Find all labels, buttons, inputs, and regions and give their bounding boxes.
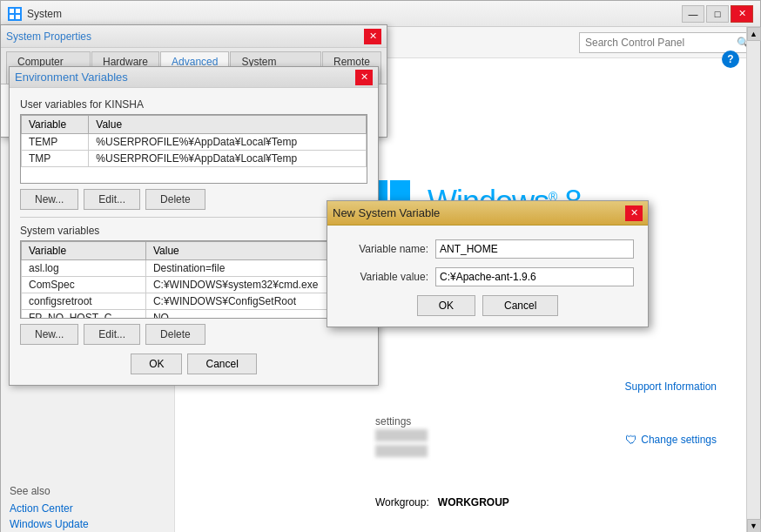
table-row[interactable]: asl.log Destination=file (22, 260, 356, 277)
support-info-link[interactable]: Support Information (625, 380, 717, 393)
search-input[interactable] (579, 32, 753, 53)
sys-vars-buttons: New... Edit... Delete (20, 324, 367, 345)
new-var-close-button[interactable]: ✕ (625, 205, 643, 221)
blurred-value-2 (375, 445, 428, 457)
table-row[interactable]: TMP %USERPROFILE%¥AppData¥Local¥Temp (22, 151, 367, 167)
shield-icon: 🛡 (625, 433, 637, 447)
variable-name-label: Variable name: (341, 243, 428, 255)
new-var-body: Variable name: Variable value: OK Cancel (327, 226, 648, 327)
sys-col-variable: Variable (22, 242, 146, 260)
new-var-ok-button[interactable]: OK (417, 295, 475, 316)
user-var-value-0: %USERPROFILE%¥AppData¥Local¥Temp (89, 134, 367, 151)
settings-area: settings (375, 415, 428, 457)
user-col-value: Value (89, 116, 367, 134)
env-vars-cancel-button[interactable]: Cancel (187, 354, 256, 374)
sys-var-name-2: configsretroot (22, 293, 146, 310)
variable-value-input[interactable] (435, 267, 634, 286)
settings-label: settings (375, 415, 411, 428)
workgroup-row: Workgroup: WORKGROUP (375, 496, 509, 508)
new-var-title: New System Variable (333, 206, 440, 219)
user-vars-table: Variable Value TEMP %USERPROFILE%¥AppDat… (21, 115, 367, 167)
variable-name-input[interactable] (435, 239, 634, 259)
svg-rect-2 (10, 15, 14, 19)
system-window-icon (8, 7, 22, 21)
user-col-variable: Variable (22, 116, 89, 134)
new-var-cancel-button[interactable]: Cancel (482, 295, 558, 316)
workgroup-value: WORKGROUP (438, 496, 509, 508)
sys-var-name-3: FP_NO_HOST_C... (22, 310, 146, 320)
sys-var-value-3: NO (145, 310, 355, 320)
new-system-variable-dialog: New System Variable ✕ Variable name: Var… (327, 200, 649, 327)
user-vars-label: User variables for KINSHA (20, 98, 367, 111)
maximize-button[interactable]: □ (706, 5, 729, 23)
user-delete-button[interactable]: Delete (145, 189, 205, 210)
sys-col-value: Value (145, 242, 355, 260)
user-var-name-1: TMP (22, 151, 89, 167)
sys-vars-table-container: Variable Value asl.log Destination=file … (20, 240, 367, 319)
variable-value-row: Variable value: (341, 267, 634, 286)
sys-var-value-1: C:¥WINDOWS¥system32¥cmd.exe (145, 277, 355, 293)
env-vars-title: Environment Variables (15, 71, 128, 84)
environment-variables-window: Environment Variables ✕ User variables f… (9, 66, 379, 386)
env-vars-titlebar: Environment Variables ✕ (10, 67, 378, 88)
sys-vars-table: Variable Value asl.log Destination=file … (21, 241, 356, 319)
env-vars-ok-button[interactable]: OK (131, 354, 182, 374)
close-button[interactable]: ✕ (731, 5, 753, 23)
titlebar-buttons: — □ ✕ (682, 5, 753, 23)
section-divider (20, 217, 367, 218)
sys-props-close-button[interactable]: ✕ (364, 29, 381, 44)
user-var-value-1: %USERPROFILE%¥AppData¥Local¥Temp (89, 151, 367, 167)
sys-vars-label: System variables (20, 225, 367, 237)
env-vars-close-button[interactable]: ✕ (355, 70, 373, 85)
sys-var-value-2: C:¥WINDOWS¥ConfigSetRoot (145, 293, 355, 310)
system-titlebar: System — □ ✕ (1, 1, 760, 27)
table-row[interactable]: FP_NO_HOST_C... NO (22, 310, 356, 320)
blurred-value-1 (375, 429, 428, 441)
help-button[interactable]: ? (722, 51, 739, 68)
dialog-buttons: OK Cancel (341, 295, 634, 316)
new-var-titlebar: New System Variable ✕ (327, 201, 648, 226)
see-also-label: See also (10, 485, 165, 497)
change-settings-container: 🛡 Change settings (625, 433, 717, 447)
table-row[interactable]: ComSpec C:¥WINDOWS¥system32¥cmd.exe (22, 277, 356, 293)
sys-var-value-0: Destination=file (145, 260, 355, 277)
scroll-down[interactable]: ▼ (747, 519, 761, 532)
env-vars-ok-cancel: OK Cancel (20, 354, 367, 374)
sidebar-link-action-center[interactable]: Action Center (10, 502, 165, 515)
user-var-name-0: TEMP (22, 134, 89, 151)
sidebar-link-windows-update[interactable]: Windows Update (10, 518, 165, 530)
scrollbar-right[interactable]: ▲ ▼ (746, 27, 760, 532)
table-row[interactable]: configsretroot C:¥WINDOWS¥ConfigSetRoot (22, 293, 356, 310)
minimize-button[interactable]: — (682, 5, 704, 23)
user-new-button[interactable]: New... (20, 189, 78, 210)
win8-sq2 (390, 180, 411, 201)
scroll-up[interactable]: ▲ (747, 27, 761, 41)
user-vars-buttons: New... Edit... Delete (20, 189, 367, 210)
user-edit-button[interactable]: Edit... (84, 189, 140, 210)
sys-var-name-1: ComSpec (22, 277, 146, 293)
workgroup-label: Workgroup: (375, 496, 429, 508)
sys-delete-button[interactable]: Delete (145, 324, 205, 345)
sys-props-titlebar: System Properties ✕ (1, 25, 387, 48)
sys-var-name-0: asl.log (22, 260, 146, 277)
user-vars-table-container: Variable Value TEMP %USERPROFILE%¥AppDat… (20, 114, 367, 184)
table-row[interactable]: TEMP %USERPROFILE%¥AppData¥Local¥Temp (22, 134, 367, 151)
system-window-title: System (27, 8, 62, 20)
svg-rect-3 (16, 15, 20, 19)
search-container: 🔍 (579, 32, 753, 53)
variable-value-label: Variable value: (341, 271, 428, 283)
variable-name-row: Variable name: (341, 239, 634, 259)
svg-rect-0 (10, 9, 14, 13)
sys-edit-button[interactable]: Edit... (84, 324, 140, 345)
change-settings-link[interactable]: Change settings (641, 434, 717, 446)
env-vars-body: User variables for KINSHA Variable Value… (10, 88, 378, 385)
svg-rect-1 (16, 9, 20, 13)
sys-new-button[interactable]: New... (20, 324, 78, 345)
sys-props-title: System Properties (6, 30, 91, 43)
